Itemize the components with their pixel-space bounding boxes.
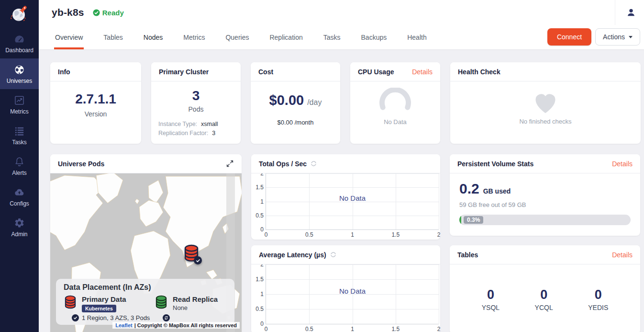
primary-data-label: Primary Data bbox=[82, 295, 150, 303]
yedis-count: 0 YEDIS bbox=[588, 287, 608, 311]
leaflet-link[interactable]: Leaflet bbox=[115, 322, 132, 328]
sidebar-item-admin[interactable]: Admin bbox=[0, 212, 39, 242]
primary-cluster-card: Primary Cluster 3 Pods Instance Type: xs… bbox=[151, 62, 241, 144]
heart-icon bbox=[532, 89, 559, 115]
pods-label: Pods bbox=[189, 105, 204, 113]
sidebar-item-tasks[interactable]: Tasks bbox=[0, 120, 39, 150]
tab-health[interactable]: Health bbox=[406, 34, 427, 49]
sidebar-item-dashboard[interactable]: Dashboard bbox=[0, 28, 39, 58]
volume-used-unit: GB used bbox=[483, 187, 511, 195]
actions-button[interactable]: Actions bbox=[595, 28, 640, 46]
globe-rocket-logo-icon bbox=[9, 3, 31, 25]
metrics-icon bbox=[14, 94, 25, 106]
x-tick: 0.5 bbox=[305, 326, 313, 332]
average-latency-chart-card: Average Latency (µs) bbox=[251, 245, 440, 332]
primary-data-legend: Primary Data Kubernetes 1 Region, 3 AZS,… bbox=[64, 295, 155, 321]
tab-metrics[interactable]: Metrics bbox=[182, 34, 206, 49]
attribution-text: | Copyright © MapBox All rights reserved bbox=[134, 322, 237, 328]
volume-details-link[interactable]: Details bbox=[612, 160, 633, 168]
provider-badge: Kubernetes bbox=[82, 305, 116, 312]
volume-progress-fill bbox=[459, 215, 461, 225]
health-check-card: Health Check No finished checks bbox=[450, 62, 641, 144]
read-replica-label: Read Replica bbox=[173, 295, 218, 303]
refresh-icon[interactable] bbox=[311, 160, 317, 167]
tables-card: Tables Details 0 YSQL 0 YCQL bbox=[450, 245, 640, 332]
refresh-icon[interactable] bbox=[330, 252, 336, 258]
y-tick: 1 bbox=[252, 198, 264, 205]
x-tick: 0.5 bbox=[305, 231, 313, 238]
cpu-details-link[interactable]: Details bbox=[412, 68, 433, 76]
sync-badge-icon bbox=[163, 314, 170, 321]
x-tick: 1 bbox=[351, 231, 354, 238]
placement-summary: 1 Region, 3 AZS, 3 Pods bbox=[82, 314, 150, 321]
read-replica-value: None bbox=[173, 304, 218, 311]
tab-overview[interactable]: Overview bbox=[54, 34, 84, 49]
universe-title: yb-k8s bbox=[52, 7, 84, 18]
chart-plot: 2 1.5 1 0.5 0 0 0.5 1 1.5 2 No Data bbox=[266, 173, 439, 230]
tasks-icon bbox=[14, 125, 25, 137]
tab-nodes[interactable]: Nodes bbox=[143, 34, 164, 49]
cost-per-month: $0.00 /month bbox=[278, 119, 314, 126]
tab-backups[interactable]: Backups bbox=[360, 34, 388, 49]
sidebar-item-label: Tasks bbox=[12, 139, 27, 146]
y-tick: 0 bbox=[252, 321, 264, 327]
sidebar-item-label: Dashboard bbox=[5, 47, 33, 54]
tab-tables[interactable]: Tables bbox=[102, 34, 123, 49]
gauge-arc-icon bbox=[374, 88, 416, 114]
sidebar-nav: Dashboard Universes Metrics Tasks bbox=[0, 28, 39, 242]
sidebar-item-label: Universes bbox=[7, 78, 32, 84]
status-text: Ready bbox=[102, 9, 124, 17]
gridline bbox=[266, 309, 439, 309]
gridline bbox=[266, 173, 439, 174]
x-tick: 2 bbox=[437, 231, 440, 238]
read-replica-legend: Read Replica None bbox=[155, 295, 218, 321]
gridline bbox=[439, 264, 439, 324]
tab-replication[interactable]: Replication bbox=[268, 34, 303, 49]
chart-plot: 2 1.5 1 0.5 0 0 0.5 1 1.5 2 No Data bbox=[266, 264, 439, 324]
overview-content: Info 2.7.1.1 Version Primary Cluster 3 P… bbox=[39, 49, 644, 332]
connect-button[interactable]: Connect bbox=[547, 28, 591, 46]
data-placement-title: Data Placement (In AZs) bbox=[64, 283, 227, 292]
card-title: CPU Usage bbox=[358, 68, 394, 76]
sidebar-item-alerts[interactable]: Alerts bbox=[0, 150, 39, 181]
volume-free-text: 59 GB free out of 59 GB bbox=[459, 201, 631, 208]
topbar: yb-k8s Ready Overview Tables Nodes Metri… bbox=[39, 0, 644, 49]
world-map[interactable]: Data Placement (In AZs) bbox=[50, 173, 242, 332]
sidebar: Dashboard Universes Metrics Tasks bbox=[0, 0, 39, 332]
sidebar-item-configs[interactable]: Configs bbox=[0, 181, 39, 212]
tab-bar: Overview Tables Nodes Metrics Queries Re… bbox=[39, 25, 644, 49]
y-tick: 1.5 bbox=[252, 184, 264, 191]
cpu-no-data: No Data bbox=[384, 118, 407, 126]
sidebar-item-universes[interactable]: Universes bbox=[0, 58, 39, 89]
card-title: Primary Cluster bbox=[159, 68, 209, 76]
volume-percent-badge: 0.3% bbox=[464, 216, 483, 224]
y-tick: 0.5 bbox=[252, 212, 264, 219]
gridline bbox=[266, 216, 439, 216]
x-tick: 0 bbox=[265, 326, 268, 332]
y-tick: 0 bbox=[252, 226, 264, 233]
info-card: Info 2.7.1.1 Version bbox=[50, 62, 141, 144]
actions-button-label: Actions bbox=[603, 33, 625, 41]
tab-queries[interactable]: Queries bbox=[224, 34, 250, 49]
alerts-icon bbox=[14, 156, 25, 167]
y-tick: 0.5 bbox=[252, 306, 264, 312]
card-title: Info bbox=[58, 68, 70, 76]
sidebar-item-metrics[interactable]: Metrics bbox=[0, 89, 39, 120]
yugabyte-logo[interactable] bbox=[0, 0, 39, 28]
sidebar-item-label: Configs bbox=[10, 200, 29, 207]
persistent-volume-stats-card: Persistent Volume Stats Details 0.2 GB u… bbox=[450, 154, 640, 236]
expand-icon[interactable] bbox=[226, 160, 234, 168]
tab-tasks[interactable]: Tasks bbox=[322, 34, 342, 49]
replication-factor-row: Replication Factor: 3 bbox=[158, 130, 233, 137]
sidebar-item-label: Alerts bbox=[12, 170, 27, 176]
user-menu[interactable] bbox=[615, 0, 644, 25]
gridline bbox=[266, 264, 439, 265]
card-title: Tables bbox=[457, 251, 478, 259]
universes-icon bbox=[14, 64, 25, 75]
user-icon bbox=[626, 7, 636, 18]
tables-details-link[interactable]: Details bbox=[612, 251, 633, 259]
chevron-down-icon bbox=[629, 36, 633, 38]
x-tick: 2 bbox=[437, 326, 440, 332]
x-tick: 0 bbox=[265, 231, 268, 238]
pod-location-marker[interactable] bbox=[183, 244, 200, 264]
